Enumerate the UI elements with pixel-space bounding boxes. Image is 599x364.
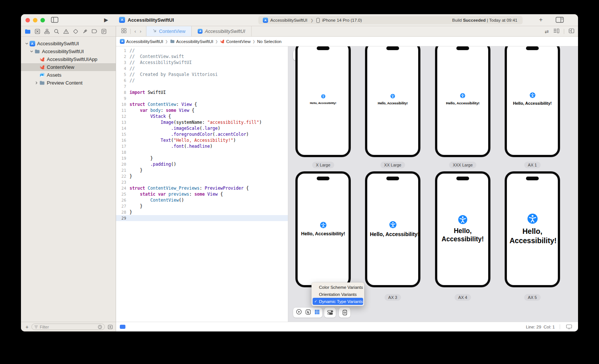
dynamic-island bbox=[386, 46, 399, 50]
project-navigator-icon[interactable] bbox=[25, 29, 31, 34]
line-number: 5 bbox=[116, 71, 130, 77]
preview-phone-ax-5[interactable]: Hello, Accessibility! bbox=[505, 171, 560, 287]
device-settings-button[interactable] bbox=[324, 308, 336, 318]
dynamic-island bbox=[526, 46, 539, 50]
forward-button[interactable]: › bbox=[140, 28, 141, 34]
disclosure-down-icon[interactable] bbox=[25, 42, 28, 45]
code-line-26: 26 ContentView() bbox=[116, 197, 288, 203]
debug-navigator-icon[interactable] bbox=[82, 29, 88, 34]
preview-phone-ax-3[interactable]: Hello, Accessibility! bbox=[365, 171, 420, 287]
scheme-device-label[interactable]: iPhone 14 Pro (17.0) bbox=[322, 18, 362, 22]
swap-editors-icon[interactable]: ⇄ bbox=[545, 29, 549, 34]
close-window-button[interactable] bbox=[25, 18, 30, 22]
file-row-accessibilityswiftui[interactable]: AAccessibilitySwiftUI bbox=[21, 40, 116, 48]
breakpoint-navigator-icon[interactable] bbox=[92, 29, 97, 34]
live-preview-icon[interactable] bbox=[296, 309, 302, 316]
canvas-mode-group bbox=[293, 308, 322, 318]
report-navigator-icon[interactable] bbox=[101, 29, 106, 34]
menu-item-dynamic-type-variants[interactable]: ✓Dynamic Type Variants bbox=[313, 298, 363, 305]
file-row-accessibilityswiftui[interactable]: AccessibilitySwiftUI bbox=[21, 48, 116, 55]
file-row-contentview[interactable]: ContentView bbox=[21, 63, 116, 71]
source-control-icon[interactable] bbox=[35, 29, 40, 34]
phone-screen: Hello, Accessibility! bbox=[437, 174, 488, 285]
breadcrumb-item[interactable]: AAccessibilitySwiftUI bbox=[120, 39, 163, 44]
selectable-mode-icon[interactable] bbox=[305, 309, 311, 316]
related-items-icon[interactable] bbox=[121, 28, 127, 35]
preview-device-button[interactable] bbox=[339, 308, 350, 318]
code-line-7: 7 bbox=[116, 83, 288, 89]
preview-size-label: AX 5 bbox=[524, 294, 541, 301]
toolbar: ▶ A AccessibilitySwiftUI A Accessibility… bbox=[21, 14, 578, 26]
add-library-button[interactable]: + bbox=[539, 16, 542, 23]
scheme-selector[interactable]: A AccessibilitySwiftUI ❯ iPhone 14 Pro (… bbox=[258, 16, 367, 24]
focus-mode-indicator[interactable] bbox=[120, 325, 125, 329]
scheme-project-label[interactable]: AccessibilitySwiftUI bbox=[270, 18, 307, 22]
minimize-window-button[interactable] bbox=[33, 18, 37, 22]
recent-files-icon[interactable] bbox=[98, 325, 102, 329]
filter-field[interactable]: Filter bbox=[31, 324, 105, 330]
preview-phone-xxx-large[interactable]: Hello, Accessibility! bbox=[435, 46, 490, 157]
line-number: 20 bbox=[116, 161, 130, 167]
line-number: 13 bbox=[116, 119, 130, 125]
preview-phone-ax-4[interactable]: Hello, Accessibility! bbox=[435, 171, 490, 287]
accessibility-icon bbox=[320, 222, 326, 228]
code-line-20: 20 .padding() bbox=[116, 161, 288, 167]
folder-icon bbox=[170, 39, 175, 44]
file-row-preview-content[interactable]: Preview Content bbox=[21, 79, 116, 87]
code-line-17: 17 .font(.headline) bbox=[116, 143, 288, 149]
scm-status-filter-icon[interactable] bbox=[108, 325, 113, 329]
minimap-icon[interactable] bbox=[553, 28, 559, 35]
add-file-button[interactable]: + bbox=[25, 324, 28, 330]
window-title-text: AccessibilitySwiftUI bbox=[128, 17, 174, 23]
dynamic-island bbox=[456, 177, 469, 180]
tab-contentview[interactable]: ContentView bbox=[146, 26, 192, 36]
phone-screen: Hello, Accessibility! bbox=[367, 46, 418, 155]
folder-icon bbox=[39, 80, 45, 86]
file-row-assets[interactable]: Assets bbox=[21, 71, 116, 79]
chevron-right-icon: ❯ bbox=[165, 40, 168, 43]
file-row-accessibilityswiftuiapp[interactable]: AccessibilitySwiftUIApp bbox=[21, 55, 116, 63]
back-button[interactable]: ‹ bbox=[134, 28, 136, 34]
disclosure-down-icon[interactable] bbox=[30, 50, 33, 53]
breadcrumb-item[interactable]: ContentView bbox=[220, 39, 250, 44]
project-navigator[interactable]: AAccessibilitySwiftUIAccessibilitySwiftU… bbox=[21, 37, 116, 322]
display-icon[interactable] bbox=[566, 324, 572, 329]
preview-phone-ax-2[interactable]: Hello, Accessibility! bbox=[295, 171, 351, 287]
preview-phone-xx-large[interactable]: Hello, Accessibility! bbox=[365, 46, 420, 157]
code-line-19: 19 } bbox=[116, 155, 288, 161]
code-line-18: 18 bbox=[116, 149, 288, 155]
disclosure-right-icon[interactable] bbox=[34, 81, 38, 85]
breadcrumb-item[interactable]: No Selection bbox=[257, 39, 282, 44]
zoom-window-button[interactable] bbox=[40, 18, 45, 22]
menu-item-color-scheme-variants[interactable]: Color Scheme Variants bbox=[313, 284, 363, 291]
sidebar-toggle-icon[interactable] bbox=[51, 16, 58, 25]
symbol-navigator-icon[interactable] bbox=[44, 29, 50, 34]
code-line-23: 23 bbox=[116, 179, 288, 185]
preview-phone-ax-1[interactable]: Hello, Accessibility! bbox=[505, 46, 560, 157]
filter-placeholder: Filter bbox=[40, 325, 96, 329]
menu-item-orientation-variants[interactable]: Orientation Variants bbox=[313, 291, 363, 298]
code-line-11: 11 var body: some View { bbox=[116, 107, 288, 113]
breadcrumb-item[interactable]: AccessibilitySwiftUI bbox=[170, 39, 213, 44]
code-line-8: 8import SwiftUI bbox=[116, 89, 288, 95]
phone-screen: Hello, Accessibility! bbox=[298, 174, 349, 285]
code-line-29: 29 bbox=[116, 215, 288, 221]
add-editor-icon[interactable] bbox=[569, 28, 574, 35]
variants-mode-icon[interactable] bbox=[314, 309, 320, 316]
hello-accessibility-text: Hello, Accessibility! bbox=[510, 227, 555, 245]
editor-layout-button[interactable] bbox=[556, 16, 564, 25]
source-editor[interactable]: 1//2// ContentView.swift3// Accessibilit… bbox=[116, 46, 288, 322]
test-navigator-icon[interactable] bbox=[73, 29, 78, 34]
line-number: 1 bbox=[116, 48, 130, 53]
tab-accessibilityswiftui-preview[interactable]: A AccessibilitySwiftUI bbox=[192, 26, 252, 36]
accessibility-icon bbox=[527, 214, 538, 224]
line-number: 12 bbox=[116, 113, 130, 119]
preview-phone-x-large[interactable]: Hello, Accessibility! bbox=[295, 46, 351, 157]
find-navigator-icon[interactable] bbox=[54, 29, 59, 34]
build-status-time: | Today at 09:41 bbox=[486, 18, 517, 22]
issue-navigator-icon[interactable] bbox=[63, 29, 69, 34]
menu-item-label: Dynamic Type Variants bbox=[319, 299, 363, 304]
chevron-right-icon: ❯ bbox=[215, 40, 218, 43]
run-button[interactable]: ▶ bbox=[104, 17, 108, 23]
hello-accessibility-text: Hello, Accessibility! bbox=[310, 101, 337, 105]
